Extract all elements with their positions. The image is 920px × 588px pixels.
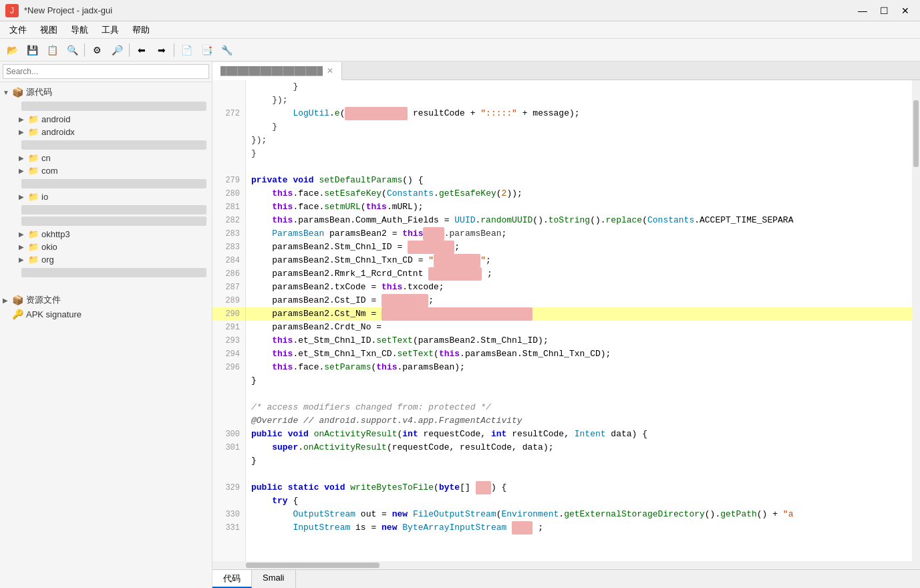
code-line-293: this.et_Stm_Chnl_ID.setText(paramsBean2.… xyxy=(246,334,912,347)
tree-item-apk[interactable]: 🔑 APK signature xyxy=(0,307,212,321)
code-line-301: super.onActivityResult(requestCode, resu… xyxy=(246,441,912,454)
line-num xyxy=(212,374,245,388)
code-line-close: } xyxy=(246,374,912,388)
line-num: 279 xyxy=(212,174,245,187)
tree-root-resources[interactable]: ▶ 📦 资源文件 xyxy=(0,293,212,307)
tab-code[interactable]: 代码 xyxy=(212,570,252,588)
code-line-281: this.face.setmURL(this.mURL); xyxy=(246,200,912,214)
line-num: 272 xyxy=(212,107,245,120)
tree-item-cn[interactable]: ▶ 📁 cn xyxy=(0,152,212,164)
line-num: 300 xyxy=(212,428,245,441)
line-num: 282 xyxy=(212,214,245,227)
menu-file[interactable]: 文件 xyxy=(3,23,33,37)
export-button[interactable]: 📑 xyxy=(197,41,216,59)
okhttp3-label: okhttp3 xyxy=(41,229,70,239)
find-button[interactable]: 🔍 xyxy=(63,41,82,59)
close-button[interactable]: ✕ xyxy=(896,3,915,18)
h-scrollbar-thumb[interactable] xyxy=(246,563,379,568)
sidebar: ▼ 📦 源代码 ▶ 📁 android ▶ 📁 androidx xyxy=(0,61,212,588)
tree-root-source[interactable]: ▼ 📦 源代码 xyxy=(0,85,212,100)
code-line-280: this.face.setEsafeKey(Constants.getEsafe… xyxy=(246,187,912,200)
line-numbers: 272 279 280 281 282 283 283 284 286 287 … xyxy=(212,80,246,561)
line-num xyxy=(212,414,245,428)
code-line-annotation: @Override // android.support.v4.app.Frag… xyxy=(246,414,912,428)
code-line-comment: /* access modifiers changed from: protec… xyxy=(246,401,912,414)
content-area: ██████████████████ ✕ 272 279 280 xyxy=(212,61,920,588)
tree-item-okio[interactable]: ▶ 📁 okio xyxy=(0,241,212,253)
tree-item-io[interactable]: ▶ 📁 io xyxy=(0,190,212,203)
code-line-294: this.et_Stm_Chnl_Txn_CD.setText(this.par… xyxy=(246,347,912,361)
code-line-blank-1 xyxy=(246,160,912,174)
line-num xyxy=(212,468,245,481)
org-label: org xyxy=(41,255,54,265)
tree-item-android[interactable]: ▶ 📁 android xyxy=(0,113,212,126)
line-num: 280 xyxy=(212,187,245,200)
code-line-3: } xyxy=(246,120,912,134)
code-line-300: public void onActivityResult(int request… xyxy=(246,428,912,441)
code-lines[interactable]: } }); LogUtil.e( resultCode + ":::::" + … xyxy=(246,80,912,561)
search-input[interactable] xyxy=(3,64,209,79)
code-content: 272 279 280 281 282 283 283 284 286 287 … xyxy=(212,80,920,561)
code-line-296: this.face.setParams(this.paramsBean); xyxy=(246,361,912,374)
blurred-item-2 xyxy=(21,140,206,150)
line-num xyxy=(212,160,245,174)
code-editor: 272 279 280 281 282 283 283 284 286 287 … xyxy=(212,80,920,569)
tab-smali[interactable]: Smali xyxy=(252,570,296,588)
tree-item-androidx[interactable]: ▶ 📁 androidx xyxy=(0,126,212,138)
copy-button[interactable]: 📋 xyxy=(43,41,61,59)
search-button[interactable]: 🔎 xyxy=(108,41,126,59)
androidx-label: androidx xyxy=(41,127,75,137)
blurred-item-3 xyxy=(21,179,206,188)
line-num: 294 xyxy=(212,347,245,361)
scrollbar-thumb[interactable] xyxy=(913,100,919,167)
expand-icon-androidx: ▶ xyxy=(19,128,28,136)
back-button[interactable]: ⬅ xyxy=(132,41,151,59)
code-line-290: paramsBean2.Cst_Nm = xyxy=(246,307,912,321)
okio-label: okio xyxy=(41,242,57,252)
code-line-1: } xyxy=(246,80,912,94)
expand-icon-okio: ▶ xyxy=(19,243,28,251)
menu-navigate[interactable]: 导航 xyxy=(64,23,95,37)
code-line-330: OutputStream out = new FileOutputStream(… xyxy=(246,508,912,521)
save-button[interactable]: 💾 xyxy=(23,41,41,59)
decompile-button[interactable]: 📄 xyxy=(177,41,196,59)
menu-help[interactable]: 帮助 xyxy=(126,23,156,37)
code-line-329: public static void writeBytesToFile(byte… xyxy=(246,481,912,494)
settings-button[interactable]: ⚙ xyxy=(88,41,106,59)
toolbar-sep-2 xyxy=(129,43,130,57)
tree-item-org[interactable]: ▶ 📁 org xyxy=(0,253,212,266)
horizontal-scrollbar[interactable] xyxy=(212,561,920,569)
code-line-287: paramsBean2.txCode = this.txcode; xyxy=(246,281,912,294)
code-line-282: this.paramsBean.Comm_Auth_Fields = UUID.… xyxy=(246,214,912,227)
line-num: 283 xyxy=(212,241,245,254)
menu-tools[interactable]: 工具 xyxy=(95,23,126,37)
sidebar-search-bar xyxy=(0,61,212,82)
main-tab[interactable]: ██████████████████ ✕ xyxy=(212,62,342,80)
blurred-item-4 xyxy=(21,205,206,214)
tab-bar: ██████████████████ ✕ xyxy=(212,61,920,80)
io-label: io xyxy=(41,192,48,202)
tab-close-button[interactable]: ✕ xyxy=(327,66,333,76)
maximize-button[interactable]: ☐ xyxy=(875,3,893,18)
tree-item-okhttp3[interactable]: ▶ 📁 okhttp3 xyxy=(0,228,212,241)
line-num: 284 xyxy=(212,254,245,267)
tab-label: ██████████████████ xyxy=(220,66,323,76)
tool-button[interactable]: 🔧 xyxy=(217,41,236,59)
line-num xyxy=(212,454,245,468)
minimize-button[interactable]: — xyxy=(853,3,872,18)
code-line-272: LogUtil.e( resultCode + ":::::" + messag… xyxy=(246,107,912,120)
line-num: 330 xyxy=(212,508,245,521)
menu-view[interactable]: 视图 xyxy=(33,23,64,37)
line-num: 287 xyxy=(212,281,245,294)
code-line-blank-3 xyxy=(246,468,912,481)
bottom-tabs: 代码 Smali xyxy=(212,569,920,588)
tree-item-com[interactable]: ▶ 📁 com xyxy=(0,164,212,177)
code-line-286: paramsBean2.Rmrk_1_Rcrd_Cntnt ; xyxy=(246,267,912,281)
menu-bar: 文件 视图 导航 工具 帮助 xyxy=(0,21,920,39)
line-num: 283 xyxy=(212,227,245,241)
forward-button[interactable]: ➡ xyxy=(152,41,171,59)
android-label: android xyxy=(41,114,70,124)
vertical-scrollbar[interactable] xyxy=(912,80,920,561)
open-button[interactable]: 📂 xyxy=(3,41,21,59)
line-num xyxy=(212,94,245,107)
